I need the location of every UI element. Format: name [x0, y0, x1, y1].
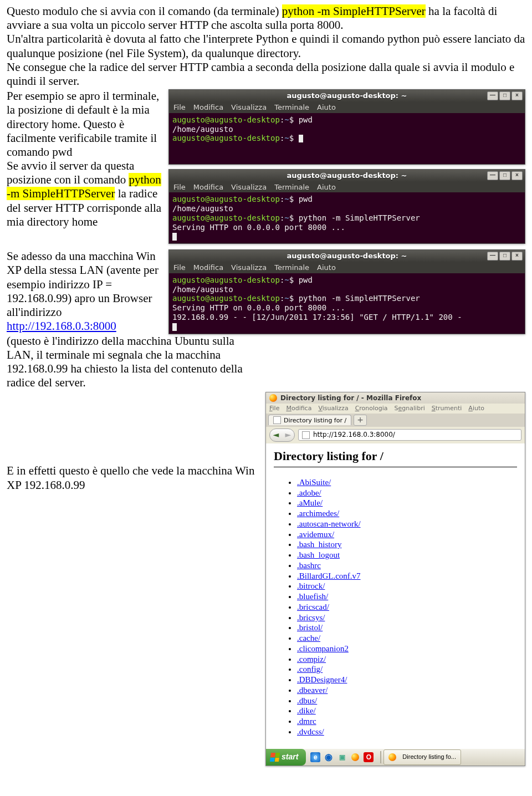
menu-terminal[interactable]: Terminale — [274, 263, 309, 272]
prompt-user: augusto@augusto-desktop — [172, 115, 280, 124]
menu-terminal[interactable]: Terminale — [274, 103, 309, 111]
dir-listing-link[interactable]: .cache/ — [297, 634, 320, 642]
minimize-button[interactable]: — — [487, 252, 498, 261]
ff-menu-visualizza[interactable]: Visualizza — [318, 405, 348, 412]
opera-icon[interactable]: O — [364, 752, 374, 762]
close-button[interactable]: × — [511, 252, 523, 261]
folder-icon[interactable]: ▣ — [337, 752, 347, 762]
dir-listing-link[interactable]: .bash_history — [297, 540, 341, 549]
close-button[interactable]: × — [511, 91, 523, 100]
page-icon — [302, 431, 310, 439]
cmd-python: python -m SimpleHTTPServer — [299, 294, 420, 303]
back-button[interactable]: ◄ — [270, 429, 282, 441]
menu-help[interactable]: Aiuto — [317, 263, 336, 272]
dir-listing-link[interactable]: .dike/ — [297, 706, 316, 715]
firefox-tab[interactable]: Directory listing for / — [268, 415, 351, 425]
dir-listing-link[interactable]: .adobe/ — [297, 488, 321, 497]
dir-listing-item: .dmrc — [297, 716, 517, 727]
dir-listing-item: .archimedes/ — [297, 508, 517, 519]
menu-edit[interactable]: Modifica — [193, 183, 223, 191]
firefox-tabbar: Directory listing for / + — [266, 414, 525, 427]
dir-listing-link[interactable]: .aMule/ — [297, 498, 323, 507]
taskbar-item-firefox[interactable]: Directory listing fo... — [383, 749, 461, 765]
dir-listing-item: .dike/ — [297, 706, 517, 716]
paragraph-6-wrap: (questo è l'indirizzo della macchina Ubu… — [7, 334, 250, 390]
dir-listing-link[interactable]: .clicompanion2 — [297, 644, 349, 653]
chrome-icon[interactable]: ◉ — [324, 752, 334, 762]
dir-listing-item: .dvdcss/ — [297, 727, 517, 737]
ff-menu-cronologia[interactable]: Cronologia — [355, 405, 388, 412]
menu-view[interactable]: Visualizza — [231, 263, 267, 272]
maximize-button[interactable]: □ — [499, 171, 510, 180]
menu-view[interactable]: Visualizza — [231, 183, 267, 191]
dir-listing-item: .AbiSuite/ — [297, 477, 517, 488]
dir-listing-link[interactable]: .AbiSuite/ — [297, 478, 331, 487]
dir-listing-link[interactable]: .DBDesigner4/ — [297, 675, 347, 684]
dir-listing: .AbiSuite/.adobe/.aMule/.archimedes/.aut… — [274, 477, 517, 737]
firefox-tray-icon[interactable] — [350, 752, 360, 762]
dir-listing-link[interactable]: .dbus/ — [297, 696, 317, 705]
quick-launch: e ◉ ▣ O — [306, 749, 378, 766]
dir-listing-link[interactable]: .compiz/ — [297, 655, 326, 664]
url-bar[interactable]: http://192.168.0.3:8000/ — [298, 429, 521, 440]
dir-listing-item: .compiz/ — [297, 654, 517, 665]
menu-help[interactable]: Aiuto — [317, 183, 336, 191]
out-home: /home/augusto — [172, 285, 233, 294]
ff-menu-modifica[interactable]: Modifica — [286, 405, 311, 412]
menu-file[interactable]: File — [173, 103, 186, 111]
dir-listing-link[interactable]: .bristol/ — [297, 623, 323, 632]
terminal-body-3[interactable]: augusto@augusto-desktop:~$ pwd /home/aug… — [169, 273, 525, 334]
ff-menu-segnalibri[interactable]: Segnalibri — [395, 405, 425, 412]
dir-listing-link[interactable]: .bash_logout — [297, 550, 340, 559]
ff-menu-file[interactable]: File — [269, 405, 279, 412]
terminal-window-3: augusto@augusto-desktop: ~ — □ × FileMod… — [168, 249, 525, 334]
taskbar-divider — [380, 751, 381, 763]
dir-listing-item: .aMule/ — [297, 498, 517, 508]
menu-terminal[interactable]: Terminale — [274, 183, 309, 191]
tab-label: Directory listing for / — [284, 417, 346, 424]
dir-listing-link[interactable]: .config/ — [297, 665, 323, 673]
terminal-titlebar: augusto@augusto-desktop: ~ — □ × — [169, 250, 525, 262]
terminal-body-2[interactable]: augusto@augusto-desktop:~$ pwd /home/aug… — [169, 192, 525, 243]
dir-listing-link[interactable]: .avidemux/ — [297, 530, 334, 539]
dir-listing-link[interactable]: .dmrc — [297, 717, 316, 726]
cmd-pwd: pwd — [299, 275, 313, 284]
forward-button[interactable]: ► — [282, 429, 294, 441]
maximize-button[interactable]: □ — [499, 91, 510, 100]
terminal-window-1: augusto@augusto-desktop: ~ — □ × FileMod… — [168, 89, 525, 165]
close-button[interactable]: × — [511, 171, 523, 180]
paragraph-1: Questo modulo che si avvia con il comand… — [7, 4, 525, 32]
dir-listing-item: .bash_logout — [297, 550, 517, 560]
minimize-button[interactable]: — — [487, 91, 498, 100]
ie-icon[interactable]: e — [310, 752, 320, 762]
menu-view[interactable]: Visualizza — [231, 103, 267, 111]
menu-help[interactable]: Aiuto — [317, 103, 336, 111]
dir-listing-link[interactable]: .bashrc — [297, 561, 321, 570]
ff-menu-strumenti[interactable]: Strumenti — [432, 405, 462, 412]
link-server-url[interactable]: http://192.168.0.3:8000 — [7, 319, 116, 333]
dir-listing-link[interactable]: .bluefish/ — [297, 592, 328, 601]
new-tab-button[interactable]: + — [354, 415, 367, 426]
dir-listing-link[interactable]: .BillardGL.conf.v7 — [297, 572, 361, 580]
start-button[interactable]: start — [266, 749, 306, 766]
paragraph-4: Per esempio se apro il terminale, la pos… — [7, 89, 159, 159]
dir-listing-link[interactable]: .bricsys/ — [297, 613, 325, 622]
menu-edit[interactable]: Modifica — [193, 103, 223, 111]
dir-listing-link[interactable]: .autoscan-network/ — [297, 519, 361, 528]
terminal-body-1[interactable]: augusto@augusto-desktop:~$ pwd /home/aug… — [169, 113, 525, 164]
maximize-button[interactable]: □ — [499, 252, 510, 261]
dir-listing-link[interactable]: .bricscad/ — [297, 603, 329, 611]
page-icon — [273, 416, 281, 424]
minimize-button[interactable]: — — [487, 171, 498, 180]
dir-listing-item: .bitrock/ — [297, 581, 517, 591]
firefox-icon — [269, 394, 277, 402]
dir-listing-link[interactable]: .dvdcss/ — [297, 727, 324, 736]
p1a: Questo modulo che si avvia con il comand… — [7, 4, 282, 18]
menu-file[interactable]: File — [173, 263, 186, 272]
dir-listing-link[interactable]: .dbeaver/ — [297, 686, 328, 695]
menu-edit[interactable]: Modifica — [193, 263, 223, 272]
dir-listing-link[interactable]: .archimedes/ — [297, 509, 339, 518]
ff-menu-aiuto[interactable]: Aiuto — [468, 405, 484, 412]
dir-listing-link[interactable]: .bitrock/ — [297, 581, 325, 590]
menu-file[interactable]: File — [173, 183, 186, 191]
